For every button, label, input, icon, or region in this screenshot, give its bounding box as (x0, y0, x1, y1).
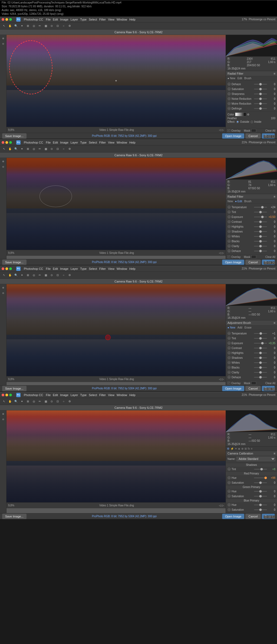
overlay-check-2[interactable]: ✓ (227, 255, 230, 258)
t4-6[interactable]: ◎ (31, 399, 36, 404)
new-btn-1[interactable]: ● New (227, 77, 235, 80)
m4-file[interactable]: File (46, 393, 51, 397)
t2-adjustment[interactable]: ⊡ (55, 147, 60, 151)
m3-window[interactable]: Window (117, 267, 127, 270)
clt-3[interactable] (259, 371, 262, 374)
temp-reset-2[interactable]: ○ (227, 205, 231, 209)
contrast-reset-2[interactable]: ○ (227, 220, 231, 223)
dh-reset-2[interactable]: ○ (227, 249, 231, 253)
new-2[interactable]: New (227, 200, 233, 203)
menu-image[interactable]: Image (60, 18, 68, 21)
clr-3[interactable]: ○ (227, 371, 231, 374)
wht-3[interactable] (259, 361, 262, 364)
bl-track-2[interactable] (254, 241, 267, 242)
defringe-reset-1[interactable]: ○ (227, 107, 231, 110)
moire-track-1[interactable] (254, 103, 267, 104)
cl-thumb-2[interactable] (259, 245, 262, 247)
calib-icon-2[interactable]: ⚡ (230, 447, 234, 450)
tool-brush[interactable]: ✏ (37, 24, 42, 28)
tool-adjustment[interactable]: ⊡ (55, 24, 60, 28)
calib-icon-4[interactable]: ◈ (238, 447, 240, 450)
m4-select[interactable]: Select (89, 393, 97, 397)
tool-spot[interactable]: ○ (61, 24, 66, 28)
exp-reset-2[interactable]: ○ (227, 215, 231, 218)
t2-spot[interactable]: ○ (61, 147, 66, 151)
brush-btn-1[interactable]: Brush (244, 77, 251, 80)
m4-view[interactable]: View (108, 393, 114, 397)
tool-redeye[interactable]: ◎ (31, 24, 36, 28)
m4-edit[interactable]: Edit (53, 393, 58, 397)
tool-radial[interactable]: ⊙ (49, 24, 54, 28)
cl-track-2[interactable] (254, 246, 267, 247)
t2-redeye[interactable]: ◎ (31, 147, 36, 151)
brush-2[interactable]: Brush (244, 200, 251, 203)
mx-4[interactable] (9, 394, 12, 396)
m3-help[interactable]: Help (129, 267, 136, 270)
cancel-btn-1[interactable]: Cancel (245, 133, 260, 139)
hl-thumb-2[interactable] (259, 225, 262, 228)
hlr-3[interactable]: ○ (227, 351, 231, 354)
shr-3[interactable]: ○ (227, 356, 231, 359)
cl-reset-2[interactable]: ○ (227, 244, 231, 248)
whr-3[interactable]: ○ (227, 361, 231, 364)
clear-all-1[interactable]: Clear All (265, 129, 275, 132)
t4-10[interactable]: ⊡ (55, 399, 60, 404)
m4-type[interactable]: Type (80, 393, 87, 397)
open-2[interactable]: Open Image (222, 260, 245, 265)
c-4[interactable] (2, 394, 4, 396)
t4-11[interactable]: ○ (61, 399, 66, 404)
tint-thumb-2[interactable] (259, 211, 262, 213)
bl-thumb-2[interactable] (259, 240, 262, 243)
bh-r-4[interactable]: ○ (227, 503, 231, 506)
m4-image[interactable]: Image (60, 393, 68, 397)
erase-3[interactable]: Erase (245, 326, 252, 329)
close-3[interactable] (2, 267, 4, 270)
t3-12[interactable]: ⚙ (67, 273, 72, 278)
menu-layer-2[interactable]: Layer (71, 141, 78, 144)
rh-t-4[interactable] (265, 477, 267, 479)
fl-3[interactable]: ProPhoto RGB: 8 bit: 7952 by 5304 (42.2M… (92, 387, 157, 390)
tint-3[interactable] (259, 337, 262, 340)
oc-3[interactable]: ✓ (227, 382, 230, 384)
t2-radial[interactable]: ⊙ (49, 147, 54, 151)
m3-layer[interactable]: Layer (71, 267, 78, 270)
menu-filter-2[interactable]: Filter (99, 141, 106, 144)
temp-track-2[interactable] (254, 207, 267, 208)
menu-view[interactable]: View (108, 18, 114, 21)
t3-8[interactable]: ▦ (43, 273, 48, 278)
m4-filter[interactable]: Filter (99, 393, 106, 397)
sht-3[interactable] (259, 357, 262, 359)
menu-select-2[interactable]: Select (89, 141, 97, 144)
m3-select[interactable]: Select (89, 267, 97, 270)
m3-view[interactable]: View (108, 267, 114, 270)
dh-thumb-2[interactable] (259, 250, 262, 252)
t3-11[interactable]: ○ (61, 273, 66, 278)
menu-help-2[interactable]: Help (129, 141, 136, 144)
noise-thumb-1[interactable] (259, 98, 262, 100)
min-btn-2[interactable] (5, 141, 8, 144)
sh-reset-2[interactable]: ○ (227, 230, 231, 233)
moire-thumb-1[interactable] (259, 102, 262, 105)
t3-9[interactable]: ⊙ (49, 273, 54, 278)
sharp-track-1[interactable] (254, 94, 267, 94)
t4-1[interactable]: ↖ (2, 399, 6, 404)
wh-track-2[interactable] (254, 236, 267, 237)
zoom-tool[interactable]: ⊕ (1, 36, 6, 41)
contrast-track-2[interactable] (254, 221, 267, 222)
calib-icon-6[interactable]: ⊞ (245, 447, 247, 450)
hl-track-2[interactable] (254, 226, 267, 227)
min-3[interactable] (5, 267, 8, 270)
zoom-in-2[interactable]: ⊕ (1, 159, 6, 164)
filter-menu-2[interactable]: ≡ (274, 195, 275, 198)
gh-t-4[interactable] (259, 490, 262, 493)
oi-4[interactable]: Open Image (222, 514, 245, 519)
menu-file-2[interactable]: File (46, 141, 51, 144)
m3-image[interactable]: Image (60, 267, 68, 270)
t2-brush[interactable]: ✏ (37, 147, 42, 151)
ct-3[interactable] (259, 347, 262, 349)
menu-view-2[interactable]: View (108, 141, 114, 144)
t3-4[interactable]: ✦ (19, 273, 24, 278)
minimize-window-btn[interactable] (5, 18, 8, 21)
t4-12[interactable]: ⚙ (67, 399, 72, 404)
brush-menu-3[interactable]: ≡ (274, 321, 275, 324)
